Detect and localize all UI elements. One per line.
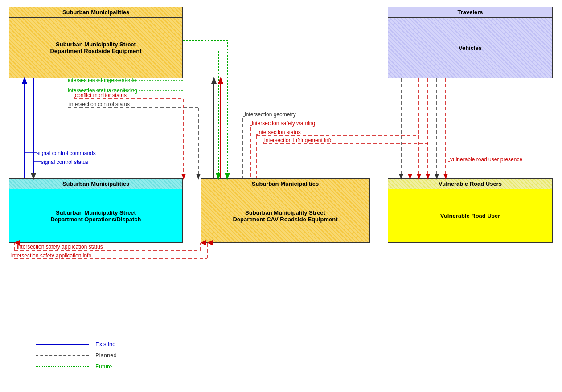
node-cav-header: Suburban Municipalities	[201, 179, 369, 189]
svg-text:intersection control status: intersection control status	[69, 101, 130, 107]
svg-text:intersection infringement info: intersection infringement info	[68, 77, 136, 83]
legend-future-line	[36, 366, 89, 367]
legend-planned-label: Planned	[95, 352, 117, 359]
node-operations: Suburban Municipalities Suburban Municip…	[9, 178, 183, 243]
svg-text:intersection status monitoring: intersection status monitoring	[68, 87, 137, 94]
legend: Existing Planned Future	[36, 341, 117, 370]
svg-text:signal control commands: signal control commands	[37, 150, 96, 156]
node-roadside-equipment-header: Suburban Municipalities	[9, 7, 182, 18]
svg-text:intersection geometry: intersection geometry	[245, 111, 296, 118]
node-travelers-header: Travelers	[388, 7, 552, 18]
node-operations-header: Suburban Municipalities	[9, 179, 182, 189]
svg-text:conflict monitor status: conflict monitor status	[75, 92, 127, 98]
node-roadside-equipment: Suburban Municipalities Suburban Municip…	[9, 7, 183, 78]
svg-text:intersection status: intersection status	[258, 129, 301, 135]
svg-text:signal control status: signal control status	[41, 159, 88, 165]
legend-existing-label: Existing	[95, 341, 116, 347]
svg-text:vulnerable road user presence: vulnerable road user presence	[450, 156, 522, 163]
node-roadside-equipment-body: Suburban Municipality Street Department …	[9, 18, 182, 78]
node-cav-body: Suburban Municipality Street Department …	[201, 189, 369, 242]
legend-existing-line	[36, 344, 89, 345]
node-vru-body: Vulnerable Road User	[388, 189, 552, 242]
svg-text:intersection safety applicatio: intersection safety application info	[11, 253, 91, 259]
node-vru: Vulnerable Road Users Vulnerable Road Us…	[388, 178, 553, 243]
node-travelers: Travelers Vehicles	[388, 7, 553, 78]
svg-text:intersection infringement info: intersection infringement info	[264, 137, 333, 143]
node-operations-body: Suburban Municipality Street Department …	[9, 189, 182, 242]
legend-future: Future	[36, 363, 117, 370]
diagram-container: Suburban Municipalities Suburban Municip…	[0, 0, 562, 392]
node-cav: Suburban Municipalities Suburban Municip…	[201, 178, 370, 243]
node-vru-header: Vulnerable Road Users	[388, 179, 552, 189]
legend-planned: Planned	[36, 352, 117, 359]
legend-existing: Existing	[36, 341, 117, 347]
node-travelers-body: Vehicles	[388, 18, 552, 78]
svg-text:intersection safety applicatio: intersection safety application status	[17, 244, 103, 250]
legend-future-label: Future	[95, 363, 112, 370]
legend-planned-line	[36, 355, 89, 356]
svg-text:intersection safety warning: intersection safety warning	[252, 120, 315, 127]
